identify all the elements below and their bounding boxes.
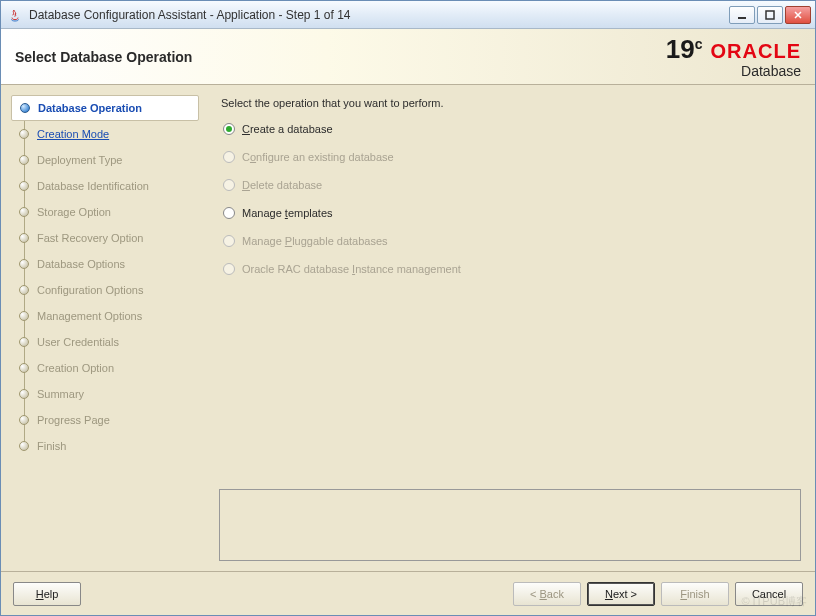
step-label: Deployment Type <box>37 154 122 166</box>
step-label: Creation Option <box>37 362 114 374</box>
operation-option-4: Manage Pluggable databases <box>223 235 801 247</box>
option-label: Create a database <box>242 123 333 135</box>
step-bullet-icon <box>19 441 29 451</box>
radio-icon <box>223 151 235 163</box>
radio-icon <box>223 235 235 247</box>
step-bullet-icon <box>19 363 29 373</box>
operation-option-1: Configure an existing database <box>223 151 801 163</box>
titlebar: Database Configuration Assistant - Appli… <box>1 1 815 29</box>
wizard-step-10: Creation Option <box>11 355 199 381</box>
instruction-text: Select the operation that you want to pe… <box>221 97 801 109</box>
help-button[interactable]: Help <box>13 582 81 606</box>
wizard-footer: Help < Back Next > Finish Cancel <box>1 571 815 615</box>
window-title: Database Configuration Assistant - Appli… <box>29 8 729 22</box>
option-label: Oracle RAC database Instance management <box>242 263 461 275</box>
wizard-step-6: Database Options <box>11 251 199 277</box>
step-bullet-icon <box>19 389 29 399</box>
svg-rect-0 <box>738 17 746 19</box>
step-label: Management Options <box>37 310 142 322</box>
svg-rect-1 <box>766 11 774 19</box>
wizard-step-4: Storage Option <box>11 199 199 225</box>
next-button[interactable]: Next > <box>587 582 655 606</box>
step-bullet-icon <box>19 311 29 321</box>
option-label: Manage templates <box>242 207 333 219</box>
message-area <box>219 489 801 561</box>
step-bullet-icon <box>19 233 29 243</box>
wizard-step-12: Progress Page <box>11 407 199 433</box>
radio-icon[interactable] <box>223 207 235 219</box>
step-bullet-icon <box>19 415 29 425</box>
operation-option-3[interactable]: Manage templates <box>223 207 801 219</box>
minimize-button[interactable] <box>729 6 755 24</box>
radio-icon <box>223 263 235 275</box>
wizard-step-0[interactable]: Database Operation <box>11 95 199 121</box>
page-title: Select Database Operation <box>15 49 666 65</box>
step-label: Configuration Options <box>37 284 143 296</box>
operation-option-5: Oracle RAC database Instance management <box>223 263 801 275</box>
step-bullet-icon <box>19 129 29 139</box>
radio-icon <box>223 179 235 191</box>
wizard-step-7: Configuration Options <box>11 277 199 303</box>
wizard-step-1[interactable]: Creation Mode <box>11 121 199 147</box>
wizard-step-11: Summary <box>11 381 199 407</box>
finish-button: Finish <box>661 582 729 606</box>
step-label: Database Identification <box>37 180 149 192</box>
option-label: Manage Pluggable databases <box>242 235 388 247</box>
back-button: < Back <box>513 582 581 606</box>
java-icon <box>7 7 23 23</box>
step-label: Database Options <box>37 258 125 270</box>
maximize-button[interactable] <box>757 6 783 24</box>
radio-icon[interactable] <box>223 123 235 135</box>
option-label: Delete database <box>242 179 322 191</box>
step-bullet-icon <box>19 155 29 165</box>
wizard-step-9: User Credentials <box>11 329 199 355</box>
wizard-step-8: Management Options <box>11 303 199 329</box>
step-label: User Credentials <box>37 336 119 348</box>
step-label: Progress Page <box>37 414 110 426</box>
step-label: Finish <box>37 440 66 452</box>
step-bullet-icon <box>19 337 29 347</box>
step-bullet-icon <box>20 103 30 113</box>
operation-option-2: Delete database <box>223 179 801 191</box>
step-bullet-icon <box>19 259 29 269</box>
step-label: Creation Mode <box>37 128 109 140</box>
step-label: Storage Option <box>37 206 111 218</box>
step-bullet-icon <box>19 207 29 217</box>
wizard-content: Select the operation that you want to pe… <box>205 85 815 571</box>
cancel-button[interactable]: Cancel <box>735 582 803 606</box>
step-label: Fast Recovery Option <box>37 232 143 244</box>
wizard-header: Select Database Operation 19c ORACLE Dat… <box>1 29 815 85</box>
wizard-step-13: Finish <box>11 433 199 459</box>
app-window: Database Configuration Assistant - Appli… <box>0 0 816 616</box>
wizard-step-2: Deployment Type <box>11 147 199 173</box>
step-label: Summary <box>37 388 84 400</box>
wizard-step-5: Fast Recovery Option <box>11 225 199 251</box>
oracle-logo: 19c ORACLE Database <box>666 34 801 79</box>
close-button[interactable] <box>785 6 811 24</box>
option-label: Configure an existing database <box>242 151 394 163</box>
step-bullet-icon <box>19 285 29 295</box>
operation-option-0[interactable]: Create a database <box>223 123 801 135</box>
step-bullet-icon <box>19 181 29 191</box>
wizard-step-3: Database Identification <box>11 173 199 199</box>
wizard-steps-sidebar: Database OperationCreation ModeDeploymen… <box>1 85 205 571</box>
step-label: Database Operation <box>38 102 142 114</box>
